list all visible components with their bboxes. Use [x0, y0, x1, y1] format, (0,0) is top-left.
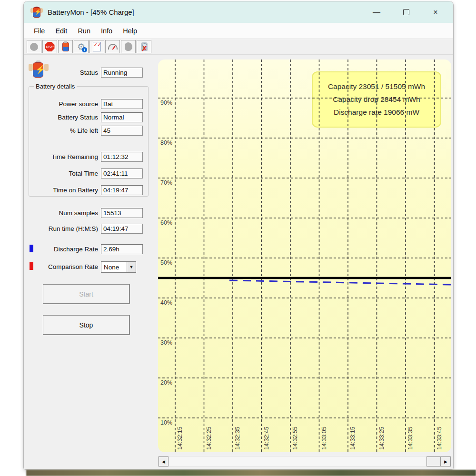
time-remaining-value[interactable]: 01:12:32: [101, 152, 143, 162]
num-samples-value[interactable]: 15513: [101, 208, 143, 218]
x-tick-label: 14:33:05: [321, 426, 327, 450]
y-tick-label: 20%: [160, 379, 172, 386]
comparison-rate-value: None: [101, 264, 127, 271]
glove-icon: [125, 42, 132, 51]
start-button[interactable]: Start: [43, 284, 130, 304]
stop-button[interactable]: Stop: [43, 315, 130, 335]
chart-info-box: Capacity 23051 / 51505 mWh Capacity drop…: [312, 71, 441, 128]
menu-run[interactable]: Run: [72, 25, 96, 37]
discharge-rate-label: Discharge Rate: [27, 246, 98, 253]
menu-edit[interactable]: Edit: [50, 25, 72, 37]
x-tick-label: 14:32:25: [206, 426, 212, 450]
total-time-label: Total Time: [27, 170, 98, 177]
scroll-right-button[interactable]: ▶: [441, 456, 451, 466]
comparison-rate-label: Comparison Rate: [27, 263, 98, 270]
y-tick-label: 80%: [160, 139, 172, 146]
maximize-icon: [403, 9, 409, 15]
stop-button-toolbar[interactable]: STOP: [42, 40, 57, 53]
time-on-battery-value[interactable]: 04:19:47: [101, 185, 143, 195]
close-button[interactable]: ×: [421, 1, 450, 23]
log-button[interactable]: ✓✓: [89, 40, 104, 53]
battery-details-legend: Battery details: [34, 83, 77, 90]
discharge-rate-text: Discharge rate 19066 mW: [313, 108, 440, 117]
run-time-label: Run time (H:M:S): [27, 225, 98, 232]
chevron-down-icon[interactable]: ▼: [127, 262, 136, 272]
x-tick-label: 14:33:25: [378, 426, 385, 450]
time-remaining-label: Time Remaining: [27, 153, 98, 160]
power-source-value[interactable]: Bat: [101, 99, 143, 109]
discharge-chart: Capacity 23051 / 51505 mWh Capacity drop…: [158, 60, 451, 452]
y-tick-label: 90%: [160, 99, 172, 106]
gauge-button[interactable]: [105, 40, 120, 53]
exit-button[interactable]: ✗: [137, 40, 151, 53]
x-tick-label: 14:33:15: [349, 426, 356, 450]
status-value[interactable]: Running: [101, 68, 143, 78]
scrollbar-thumb[interactable]: [426, 456, 441, 466]
battery-status-value[interactable]: Normal: [101, 112, 143, 122]
total-time-value[interactable]: 02:41:11: [101, 169, 143, 178]
main-area: ⚡ Status Running Battery details Power s…: [24, 55, 453, 469]
battery-icon: [62, 42, 69, 51]
settings-button[interactable]: ⚙i: [74, 40, 89, 53]
capacity-text: Capacity 23051 / 51505 mWh: [313, 82, 440, 91]
export-button[interactable]: [121, 40, 136, 53]
life-left-value[interactable]: 45: [101, 126, 143, 136]
checklist-icon: ✓✓: [93, 42, 101, 51]
y-tick-label: 50%: [160, 259, 172, 266]
scroll-left-button[interactable]: ◀: [159, 456, 169, 466]
x-tick-label: 14:32:55: [292, 426, 298, 450]
capacity-drop-text: Capacity drop 28454 mWh: [313, 95, 440, 104]
app-window: ⚡ BatteryMon - [45% Charge] — × File Edi…: [24, 1, 453, 469]
record-icon: [30, 43, 38, 51]
stop-sign-icon: STOP: [45, 42, 55, 51]
y-tick-label: 10%: [160, 419, 172, 426]
num-samples-label: Num samples: [27, 209, 98, 217]
gauge-icon: [108, 44, 118, 50]
window-title: BatteryMon - [45% Charge]: [48, 8, 134, 16]
menu-info[interactable]: Info: [96, 25, 118, 37]
battery-status-label: Battery Status: [27, 114, 98, 121]
y-tick-label: 60%: [160, 219, 172, 226]
menu-bar: File Edit Run Info Help: [24, 23, 453, 39]
y-tick-label: 40%: [160, 299, 172, 306]
desktop-background-strip: [26, 470, 476, 476]
x-tick-label: 14:32:35: [234, 426, 241, 450]
menu-file[interactable]: File: [29, 25, 50, 37]
info-icon: i: [82, 47, 87, 52]
time-on-battery-label: Time on Battery: [27, 187, 98, 194]
toolbar: STOP ⚙i ✓✓ ✗: [24, 39, 453, 55]
status-label: Status: [27, 69, 98, 76]
y-tick-label: 70%: [160, 179, 172, 186]
menu-help[interactable]: Help: [118, 25, 142, 37]
y-tick-label: 30%: [160, 339, 172, 346]
run-time-value[interactable]: 04:19:47: [101, 224, 143, 234]
x-tick-label: 14:33:35: [407, 426, 414, 450]
record-button[interactable]: [27, 40, 41, 53]
app-logo-icon: ⚡: [30, 6, 43, 19]
chart-horizontal-scrollbar[interactable]: ◀ ▶: [158, 456, 451, 467]
discharge-rate-value[interactable]: 2.69h: [101, 244, 143, 254]
maximize-button[interactable]: [391, 1, 421, 23]
x-tick-label: 14:32:45: [263, 426, 270, 450]
title-bar: ⚡ BatteryMon - [45% Charge] — ×: [24, 1, 453, 23]
life-left-label: % Life left: [27, 127, 98, 134]
power-source-label: Power source: [27, 100, 98, 108]
battery-details-button[interactable]: [58, 40, 73, 53]
minimize-button[interactable]: —: [362, 1, 391, 23]
x-tick-label: 14:33:45: [436, 426, 443, 450]
x-tick-label: 14:32:15: [177, 426, 183, 450]
battery-exit-icon: ✗: [141, 42, 148, 51]
comparison-rate-combobox[interactable]: None ▼: [101, 261, 136, 273]
